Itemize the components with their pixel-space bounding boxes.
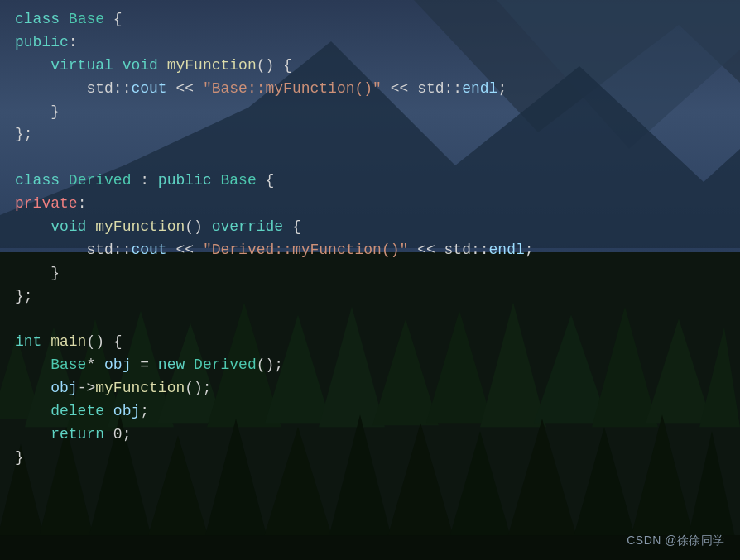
class-name-derived: Derived: [69, 170, 132, 193]
code-line-4: std :: cout << "Base::myFunction()" << s…: [15, 78, 725, 101]
ns-std-2: std: [417, 78, 444, 101]
code-line-15: int main () {: [15, 331, 725, 354]
code-line-10: void myFunction () override {: [15, 216, 725, 239]
str-base-func: "Base::myFunction()": [203, 78, 382, 101]
cout-2: cout: [131, 239, 166, 262]
ns-std-1: std: [86, 78, 113, 101]
code-line-11: std :: cout << "Derived::myFunction()" <…: [15, 239, 725, 262]
code-line-17: obj -> myFunction ();: [15, 377, 725, 400]
kw-virtual: virtual: [50, 55, 113, 78]
watermark: CSDN @徐徐同学: [627, 532, 725, 550]
kw-void-1: void: [123, 55, 158, 78]
ns-std-4: std: [444, 239, 471, 262]
code-line-13: };: [15, 285, 725, 309]
var-obj-3: obj: [113, 400, 140, 424]
kw-delete: delete: [50, 400, 104, 424]
func-myFunction-1: myFunction: [167, 55, 257, 78]
kw-void-2: void: [50, 216, 86, 239]
var-obj-2: obj: [50, 377, 77, 400]
kw-int: int: [15, 331, 41, 354]
access-public-2: public: [158, 170, 212, 193]
endl-2: endl: [489, 239, 525, 262]
keyword-class: class: [15, 8, 60, 31]
kw-return: return: [50, 424, 104, 447]
code-line-9: private:: [15, 193, 725, 216]
code-line-2: public:: [15, 31, 725, 55]
func-myFunction-2: myFunction: [95, 216, 185, 239]
code-line-12: }: [15, 262, 725, 285]
code-line-6: };: [15, 123, 725, 146]
code-line-20: }: [15, 447, 725, 470]
code-line-8: class Derived : public Base {: [15, 170, 725, 193]
type-derived-ctor: Derived: [194, 354, 257, 377]
ns-std-3: std: [86, 239, 113, 262]
code-line-16: Base * obj = new Derived ();: [15, 354, 725, 377]
access-public: public: [15, 31, 69, 55]
endl-1: endl: [462, 78, 497, 101]
code-line-1: class Base {: [15, 8, 725, 31]
code-container: class Base { public: virtual void myFunc…: [0, 0, 740, 560]
code-line-18: delete obj ;: [15, 400, 725, 424]
kw-override: override: [212, 216, 283, 239]
func-main: main: [50, 331, 86, 354]
var-obj: obj: [104, 354, 131, 377]
code-line-19: return 0;: [15, 424, 725, 447]
access-private: private: [15, 193, 78, 216]
type-base-ptr: Base: [50, 354, 86, 377]
kw-new: new: [158, 354, 185, 377]
keyword-class-2: class: [15, 170, 60, 193]
str-derived-func: "Derived::myFunction()": [203, 239, 408, 262]
cout-1: cout: [131, 78, 166, 101]
func-myFunction-call: myFunction: [95, 377, 185, 400]
code-line-14-empty: [15, 309, 725, 332]
code-line-5: }: [15, 101, 725, 124]
base-class-ref: Base: [220, 170, 256, 193]
class-name-base: Base: [69, 8, 104, 31]
code-line-7-empty: [15, 146, 725, 170]
code-line-3: virtual void myFunction () {: [15, 55, 725, 78]
